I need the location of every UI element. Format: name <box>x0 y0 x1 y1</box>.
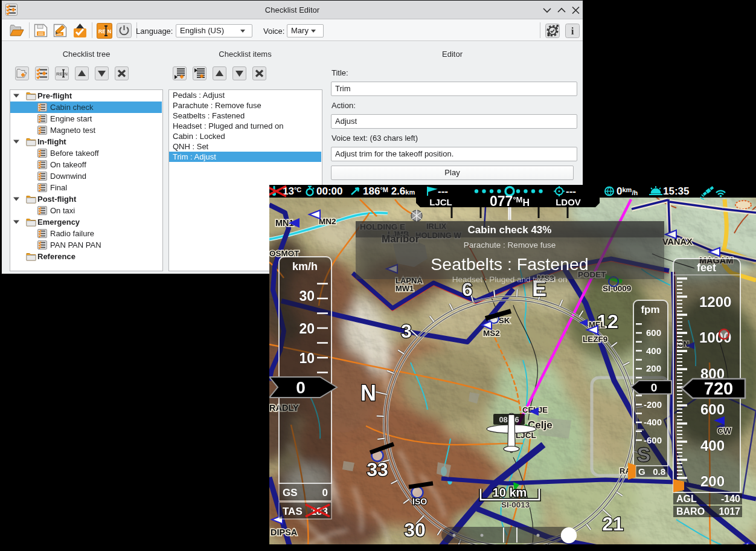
svg-text:00:00: 00:00 <box>316 185 342 197</box>
svg-text:MN2: MN2 <box>319 217 336 226</box>
svg-text:400: 400 <box>700 437 725 454</box>
svg-text:BARO: BARO <box>676 506 705 517</box>
svg-text:400: 400 <box>646 346 661 356</box>
svg-text:1017: 1017 <box>719 506 740 517</box>
svg-text:DIPSA: DIPSA <box>271 527 298 537</box>
svg-text:600: 600 <box>646 327 661 338</box>
svg-text:i: i <box>571 25 574 37</box>
svg-text:200: 200 <box>646 363 661 373</box>
svg-text:RE: RE <box>98 28 106 34</box>
svg-text:---: --- <box>438 185 448 197</box>
svg-text:1200: 1200 <box>699 294 731 310</box>
svg-text:---: --- <box>566 185 576 197</box>
svg-text:10: 10 <box>299 350 315 366</box>
svg-text:Seatbelts : Fastened: Seatbelts : Fastened <box>431 254 588 274</box>
svg-text:SI-0013: SI-0013 <box>501 500 530 509</box>
svg-text:LEZF9: LEZF9 <box>583 335 607 344</box>
svg-text:21: 21 <box>602 513 624 535</box>
svg-text:30: 30 <box>299 288 315 304</box>
svg-text:600: 600 <box>700 401 725 417</box>
svg-text:feet: feet <box>697 262 716 274</box>
svg-text:3: 3 <box>401 320 412 342</box>
svg-text:G: G <box>638 466 645 477</box>
svg-text:MS2: MS2 <box>483 329 500 338</box>
svg-text:10 km: 10 km <box>493 486 527 499</box>
svg-text:200: 200 <box>700 473 725 489</box>
svg-text:ISO: ISO <box>412 497 427 506</box>
svg-text:720: 720 <box>704 379 733 398</box>
svg-text:20: 20 <box>299 321 315 337</box>
svg-text:Cabin check 43%: Cabin check 43% <box>468 224 552 236</box>
svg-text:Parachute : Remove fuse: Parachute : Remove fuse <box>464 240 556 250</box>
svg-text:-400: -400 <box>644 417 662 427</box>
svg-text:Headset : Pluged and turned on: Headset : Pluged and turned on <box>452 275 568 284</box>
svg-text:0: 0 <box>322 487 328 498</box>
svg-text:0: 0 <box>651 381 658 394</box>
svg-text:0.8: 0.8 <box>653 466 665 477</box>
svg-text:MW1: MW1 <box>396 284 414 293</box>
svg-text:km/h: km/h <box>292 260 318 272</box>
svg-text:-600: -600 <box>644 435 662 445</box>
svg-text:LJCL: LJCL <box>429 197 452 207</box>
svg-text:0: 0 <box>296 378 306 397</box>
svg-text:CW: CW <box>717 426 732 436</box>
svg-text:VANAX: VANAX <box>662 237 693 246</box>
svg-text:N: N <box>107 28 112 34</box>
svg-text:GS: GS <box>283 487 298 498</box>
svg-text:15:35: 15:35 <box>663 185 689 197</box>
svg-text:30: 30 <box>404 519 426 541</box>
svg-text:N: N <box>360 381 376 405</box>
svg-text:-140: -140 <box>721 494 740 504</box>
svg-text:AGL: AGL <box>676 494 697 504</box>
svg-text:TAS: TAS <box>283 506 303 517</box>
svg-text:RE N: RE N <box>56 71 68 77</box>
svg-text:fpm: fpm <box>641 304 659 315</box>
svg-text:LDOV: LDOV <box>556 197 581 207</box>
svg-text:-200: -200 <box>644 399 662 410</box>
